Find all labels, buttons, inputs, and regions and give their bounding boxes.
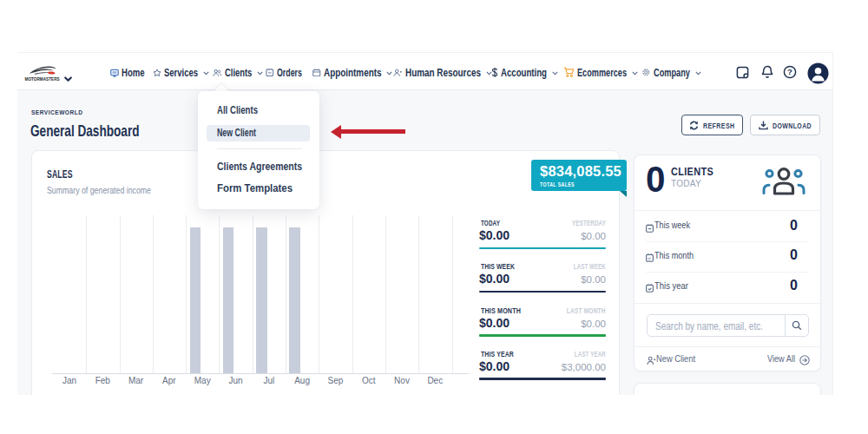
svg-text:MOTORMASTERS: MOTORMASTERS bbox=[25, 76, 60, 82]
svg-text:?: ? bbox=[787, 67, 792, 76]
